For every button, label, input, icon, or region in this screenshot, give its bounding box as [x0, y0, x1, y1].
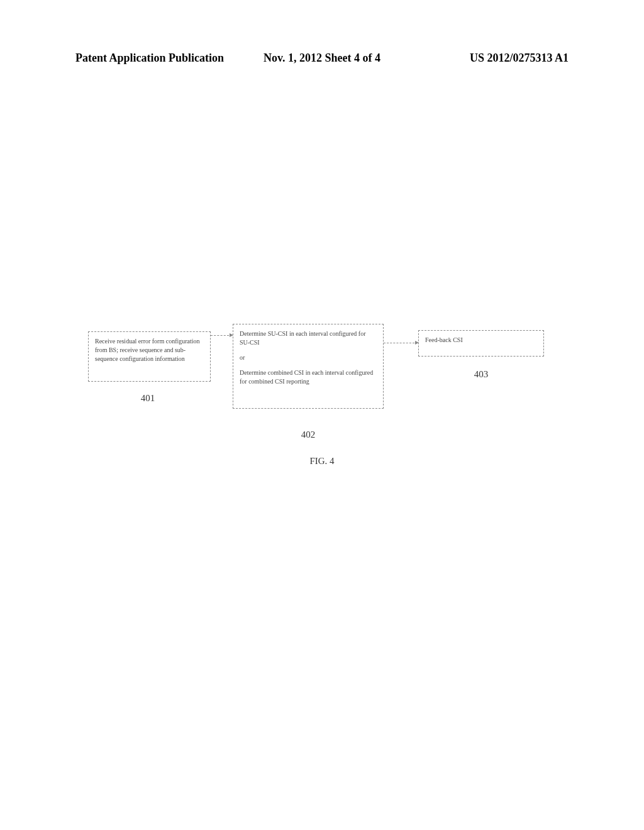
step-box-401-text: Receive residual error form configuratio… [95, 338, 200, 362]
header-publication-label: Patent Application Publication [75, 52, 240, 65]
figure-caption: FIG. 4 [0, 456, 644, 467]
step-box-402-line-a: Determine SU-CSI in each interval config… [240, 329, 377, 347]
header-publication-number: US 2012/0275313 A1 [404, 52, 569, 65]
page-header: Patent Application Publication Nov. 1, 2… [0, 52, 644, 65]
arrow-icon [211, 335, 233, 336]
step-label-403: 403 [465, 369, 497, 380]
step-label-402: 402 [292, 429, 324, 440]
step-box-402: Determine SU-CSI in each interval config… [233, 324, 384, 409]
step-box-403: Feed-back CSI [418, 330, 544, 357]
step-label-401: 401 [132, 393, 164, 404]
step-box-401: Receive residual error form configuratio… [88, 331, 211, 382]
step-box-402-or: or [240, 353, 377, 362]
step-box-402-line-b: Determine combined CSI in each interval … [240, 368, 377, 386]
header-date-sheet-label: Nov. 1, 2012 Sheet 4 of 4 [240, 52, 404, 65]
arrow-icon [384, 343, 418, 343]
step-box-403-text: Feed-back CSI [425, 336, 463, 343]
